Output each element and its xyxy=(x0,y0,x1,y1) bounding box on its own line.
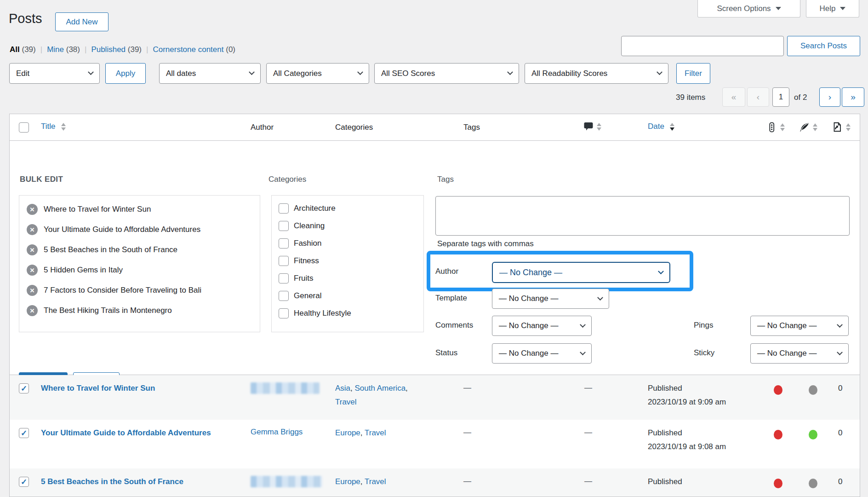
view-published-link[interactable]: Published (39) xyxy=(91,45,142,54)
category-link[interactable]: Asia xyxy=(335,384,350,393)
remove-post-icon[interactable]: ✕ xyxy=(27,305,38,316)
bulk-category-item: Architecture xyxy=(279,200,417,217)
bulk-category-checkbox[interactable] xyxy=(279,308,289,318)
bulk-category-checkbox[interactable] xyxy=(279,291,289,301)
row-checkbox[interactable] xyxy=(19,477,29,487)
category-filter-select[interactable]: All Categories xyxy=(266,63,369,84)
author-select[interactable]: — No Change — xyxy=(492,262,670,283)
view-all-link[interactable]: All (39) xyxy=(10,45,36,54)
apply-button[interactable]: Apply xyxy=(105,63,146,84)
first-page-button[interactable]: « xyxy=(722,87,745,107)
remove-post-icon[interactable]: ✕ xyxy=(27,224,38,235)
chevron-down-icon xyxy=(837,322,843,328)
column-seo-score[interactable] xyxy=(766,121,785,133)
bulk-action-select[interactable]: Edit xyxy=(9,63,100,84)
links-count: 0 xyxy=(838,426,842,440)
category-link[interactable]: Europe xyxy=(335,477,360,486)
column-readability-score[interactable] xyxy=(799,121,817,133)
bulk-post-item: ✕The Best Hiking Trails in Montenegro xyxy=(19,301,260,321)
bulk-category-checkbox[interactable] xyxy=(279,221,289,231)
sticky-select[interactable]: — No Change — xyxy=(750,343,849,364)
column-comments[interactable] xyxy=(583,121,601,132)
pings-select[interactable]: — No Change — xyxy=(750,316,849,336)
seo-filter-select[interactable]: All SEO Scores xyxy=(374,63,519,84)
total-pages-label: of 2 xyxy=(794,93,807,102)
remove-post-icon[interactable]: ✕ xyxy=(27,204,38,215)
author-redacted[interactable] xyxy=(251,476,322,487)
comments-empty-dash: — xyxy=(584,383,592,393)
author-link[interactable]: Gemma Briggs xyxy=(251,428,303,437)
category-link[interactable]: Europe xyxy=(335,428,360,437)
dates-filter-select[interactable]: All dates xyxy=(159,63,261,84)
view-mine-link[interactable]: Mine (38) xyxy=(47,45,80,54)
row-checkbox[interactable] xyxy=(19,383,29,393)
help-button[interactable]: Help xyxy=(806,0,859,17)
tags-textarea[interactable] xyxy=(435,196,850,236)
post-title-link[interactable]: Where to Travel for Winter Sun xyxy=(41,381,216,395)
bulk-categories-box: Architecture Cleaning Fashion Fitness Fr… xyxy=(271,195,424,332)
sort-arrows xyxy=(780,123,785,131)
post-title-link[interactable]: 5 Best Beaches in the South of France xyxy=(41,475,216,488)
prev-page-button[interactable]: ‹ xyxy=(747,87,769,107)
template-field-label: Template xyxy=(435,294,467,303)
category-link[interactable]: Travel xyxy=(365,428,386,437)
bulk-category-item: Fruits xyxy=(279,270,417,287)
template-select[interactable]: — No Change — xyxy=(492,289,609,309)
filter-button[interactable]: Filter xyxy=(676,63,710,84)
column-title[interactable]: Title xyxy=(41,122,66,131)
tags-empty-dash: — xyxy=(463,383,471,393)
chevron-down-icon xyxy=(507,69,513,75)
caret-down-icon xyxy=(840,7,845,10)
view-filters: All (39) | Mine (38) | Published (39) | … xyxy=(10,45,235,54)
current-page-input[interactable] xyxy=(772,87,789,107)
sticky-field-label: Sticky xyxy=(694,348,714,358)
post-categories: Europe, Travel xyxy=(335,426,427,440)
cornerstone-document-icon xyxy=(831,121,843,133)
last-page-button[interactable]: » xyxy=(842,87,864,107)
bulk-tags-label: Tags xyxy=(437,175,454,184)
items-count: 39 items xyxy=(676,93,705,102)
comments-select[interactable]: — No Change — xyxy=(492,316,592,336)
category-link[interactable]: Travel xyxy=(335,398,357,406)
author-redacted[interactable] xyxy=(251,382,320,394)
bulk-category-checkbox[interactable] xyxy=(279,238,289,248)
bulk-category-checkbox[interactable] xyxy=(279,256,289,266)
sort-arrows xyxy=(61,123,66,131)
post-title-link[interactable]: Your Ultimate Guide to Affordable Advent… xyxy=(41,426,216,439)
category-link[interactable]: South America xyxy=(355,384,406,393)
next-page-button[interactable]: › xyxy=(819,87,840,107)
bulk-category-checkbox[interactable] xyxy=(279,203,289,214)
view-cornerstone-link[interactable]: Cornerstone content (0) xyxy=(153,45,235,54)
add-new-button[interactable]: Add New xyxy=(55,12,108,31)
status-select-value: — No Change — xyxy=(499,349,558,358)
select-all-checkbox[interactable] xyxy=(19,122,29,133)
search-posts-button[interactable]: Search Posts xyxy=(787,36,860,56)
column-author: Author xyxy=(251,123,274,132)
bulk-category-checkbox[interactable] xyxy=(279,273,289,283)
screen-options-button[interactable]: Screen Options xyxy=(697,0,800,17)
sort-arrows xyxy=(597,123,601,131)
comments-select-value: — No Change — xyxy=(499,321,558,330)
bulk-selected-posts: ✕Where to Travel for Winter Sun ✕Your Ul… xyxy=(19,195,260,332)
remove-post-icon[interactable]: ✕ xyxy=(27,244,38,255)
column-cornerstone[interactable] xyxy=(831,121,851,133)
chevron-down-icon xyxy=(657,69,662,75)
row-checkbox[interactable] xyxy=(19,428,29,438)
bulk-edit-legend: BULK EDIT xyxy=(20,175,63,184)
search-input[interactable] xyxy=(621,36,784,56)
remove-post-icon[interactable]: ✕ xyxy=(27,285,38,296)
column-tags: Tags xyxy=(463,123,480,132)
readability-filter-select[interactable]: All Readability Scores xyxy=(525,63,668,84)
column-date[interactable]: Date xyxy=(648,122,674,131)
comment-bubble-icon xyxy=(583,121,594,132)
chevron-down-icon xyxy=(597,295,603,301)
seo-score-icon xyxy=(766,121,777,133)
pings-field-label: Pings xyxy=(694,321,714,330)
template-select-value: — No Change — xyxy=(499,294,558,303)
bulk-category-item: Fashion xyxy=(279,235,417,252)
category-link[interactable]: Travel xyxy=(365,477,386,486)
status-select[interactable]: — No Change — xyxy=(492,343,592,364)
seo-score-dot xyxy=(774,385,782,395)
remove-post-icon[interactable]: ✕ xyxy=(27,265,38,276)
seo-score-dot xyxy=(774,430,782,439)
